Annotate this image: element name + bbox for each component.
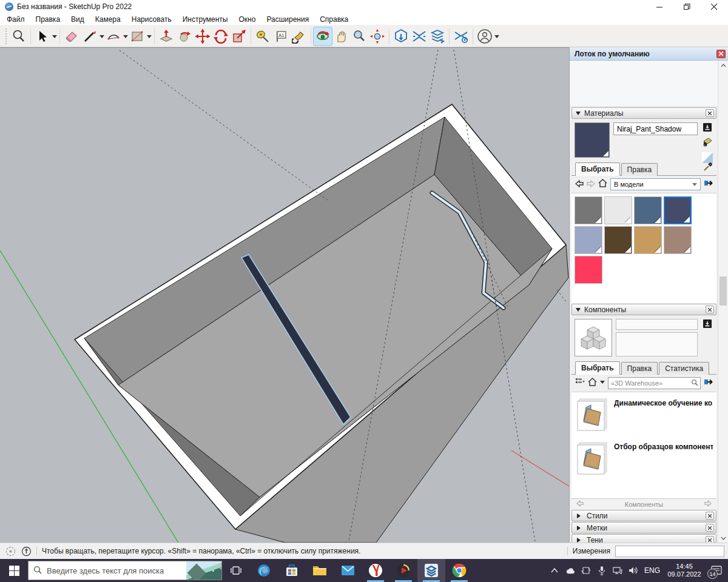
material-swatch-5[interactable] — [604, 226, 632, 254]
section-header-Тени[interactable]: Тени — [571, 534, 716, 543]
menu-item-Инструменты[interactable]: Инструменты — [177, 14, 234, 25]
zoom-tool-icon[interactable] — [350, 27, 368, 45]
material-name-input[interactable] — [613, 122, 698, 135]
extension-manager-icon[interactable] — [452, 27, 470, 45]
task-view-button[interactable] — [222, 559, 250, 582]
push-pull-tool-icon[interactable] — [157, 27, 175, 45]
rectangle-dropdown-icon[interactable] — [147, 35, 152, 41]
home-icon[interactable] — [598, 179, 607, 190]
line-dropdown-icon[interactable] — [99, 35, 104, 41]
view-options-icon[interactable] — [575, 378, 585, 389]
menu-item-Справка[interactable]: Справка — [314, 14, 354, 25]
zoom-window-tool-icon[interactable] — [10, 27, 28, 45]
menu-item-Окно[interactable]: Окно — [233, 14, 261, 25]
rectangle-tool-icon[interactable] — [128, 27, 146, 45]
scroll-down-icon[interactable] — [718, 534, 728, 543]
sketchup-taskbar-icon[interactable] — [417, 559, 445, 582]
menu-item-Вид[interactable]: Вид — [66, 14, 90, 25]
onedrive-icon[interactable] — [565, 566, 576, 576]
tray-title-bar[interactable]: Лоток по умолчанию — [570, 47, 728, 61]
taskbar-search-box[interactable]: Введите здесь текст для поиска — [28, 561, 222, 580]
secondary-pane-icon[interactable] — [704, 179, 713, 190]
mail-icon[interactable] — [334, 559, 362, 582]
extension-warehouse-icon[interactable] — [410, 27, 428, 45]
eraser-tool-icon[interactable] — [62, 27, 81, 45]
3d-viewport[interactable] — [0, 47, 569, 543]
back-icon[interactable] — [575, 179, 584, 190]
start-button[interactable] — [0, 559, 28, 582]
search-highlights-widget[interactable] — [186, 561, 221, 580]
menu-item-Камера[interactable]: Камера — [90, 14, 126, 25]
menu-item-Файл[interactable]: Файл — [1, 14, 30, 25]
component-secondary-pane-icon[interactable] — [703, 319, 712, 331]
edge-icon[interactable] — [250, 559, 278, 582]
page-forward-icon[interactable] — [704, 500, 712, 508]
forward-icon[interactable] — [587, 179, 595, 190]
move-tool-icon[interactable] — [194, 27, 212, 45]
material-swatch-0[interactable] — [575, 196, 602, 224]
materials-section-header[interactable]: Материалы — [571, 107, 716, 119]
orbit-tool-icon[interactable] — [314, 27, 332, 45]
tape-measure-tool-icon[interactable] — [254, 27, 272, 45]
network-icon[interactable] — [613, 566, 623, 576]
chrome-icon[interactable] — [445, 559, 473, 582]
account-icon[interactable] — [476, 27, 494, 45]
materials-collection-dropdown[interactable]: В модели — [610, 178, 701, 190]
section-close-button[interactable] — [706, 536, 714, 543]
hidden-icons-chevron[interactable] — [550, 566, 560, 576]
model-info-icon[interactable] — [21, 546, 32, 557]
home-dropdown-icon[interactable] — [600, 381, 605, 386]
paint-with-material-icon[interactable] — [703, 138, 713, 149]
minimize-button[interactable] — [646, 0, 673, 13]
tablet-mode-icon[interactable] — [581, 566, 592, 576]
account-dropdown-icon[interactable] — [494, 35, 499, 41]
section-header-Метки[interactable]: Метки — [571, 522, 716, 534]
microphone-icon[interactable] — [597, 566, 607, 576]
toolbar-grip[interactable] — [5, 28, 7, 44]
section-close-button[interactable] — [706, 512, 714, 520]
text-tool-icon[interactable]: A1 — [272, 27, 290, 45]
components-section-header[interactable]: Компоненты — [571, 304, 716, 315]
file-explorer-icon[interactable] — [306, 559, 334, 582]
component-item-1[interactable]: Отбор образцов компонент... — [573, 438, 715, 482]
component-name-field[interactable] — [616, 319, 698, 330]
restore-button[interactable] — [673, 0, 701, 13]
component-item-0[interactable]: Динамическое обучение ко... — [573, 395, 715, 438]
menu-item-Расширения[interactable]: Расширения — [261, 14, 314, 25]
action-center-button[interactable]: 14 — [709, 563, 724, 578]
section-close-button[interactable] — [706, 524, 714, 532]
scale-tool-icon[interactable] — [230, 27, 248, 45]
components-tab-select[interactable]: Выбрать — [575, 361, 620, 375]
language-indicator[interactable]: ENG — [644, 566, 660, 575]
materials-close-button[interactable] — [706, 109, 714, 117]
material-swatch-1[interactable] — [604, 196, 632, 224]
material-swatch-3[interactable] — [664, 196, 692, 224]
home-icon[interactable] — [588, 378, 597, 389]
pan-tool-icon[interactable] — [332, 27, 350, 45]
material-swatch-2[interactable] — [634, 196, 662, 224]
components-tab-edit[interactable]: Правка — [621, 362, 658, 375]
components-close-button[interactable] — [706, 306, 714, 313]
yandex-browser-icon[interactable] — [362, 559, 389, 582]
material-preview-swatch[interactable] — [575, 122, 610, 158]
rotate-tool-icon[interactable] — [212, 27, 230, 45]
paint-bucket-tool-icon[interactable] — [290, 27, 308, 45]
material-swatch-4[interactable] — [575, 226, 602, 254]
select-tool-icon[interactable] — [33, 27, 52, 45]
sample-paint-eyedropper-icon[interactable] — [703, 162, 713, 174]
close-button[interactable] — [701, 0, 728, 13]
tray-scrollbar[interactable] — [718, 61, 728, 543]
create-material-icon[interactable] — [703, 122, 712, 135]
line-tool-icon[interactable] — [81, 27, 99, 45]
follow-me-tool-icon[interactable] — [175, 27, 194, 45]
select-dropdown-icon[interactable] — [52, 35, 57, 41]
arc-dropdown-icon[interactable] — [123, 35, 128, 41]
store-icon[interactable] — [278, 559, 306, 582]
volume-icon[interactable] — [629, 566, 639, 576]
geolocation-icon[interactable] — [5, 546, 16, 557]
3d-warehouse-icon[interactable] — [392, 27, 410, 45]
scrollbar-thumb[interactable] — [720, 276, 727, 306]
arc-tool-icon[interactable] — [104, 27, 123, 45]
materials-tab-edit[interactable]: Правка — [621, 163, 658, 176]
zoom-extents-tool-icon[interactable] — [368, 27, 386, 45]
